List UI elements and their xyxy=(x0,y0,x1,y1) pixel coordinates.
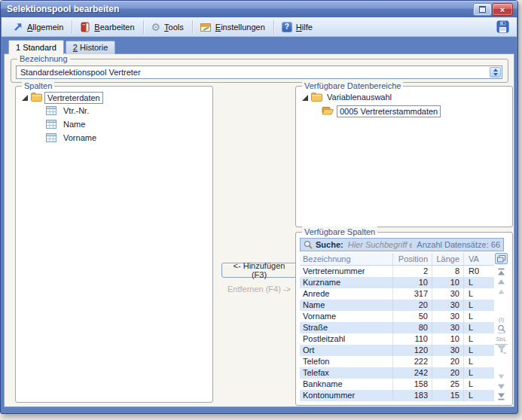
table-row[interactable]: Bankname 158 25 L xyxy=(300,379,494,390)
spalten-tree: Vertreterdaten Vtr.-Nr. xyxy=(19,91,209,399)
menu-einstellungen[interactable]: Einstellungen xyxy=(195,20,271,34)
verfuegbare-spalten-legend: Verfügbare Spalten xyxy=(302,227,377,237)
tree-label-vertreterstammdaten[interactable]: 0005 Vertreterstammdaten xyxy=(337,105,441,117)
tree-label-variablenauswahl[interactable]: Variablenauswahl xyxy=(325,92,394,102)
page-down-icon[interactable] xyxy=(495,372,508,382)
cell-laenge: 30 xyxy=(432,322,464,333)
bezeichnung-combobox[interactable]: Standardselektionspool Vertreter xyxy=(16,65,502,79)
table-row[interactable]: Straße 80 30 L xyxy=(300,322,494,333)
cell-laenge: 15 xyxy=(432,390,464,401)
tree-label-vorname[interactable]: Vorname xyxy=(61,132,99,143)
cell-bezeichnung: Anrede xyxy=(300,288,393,300)
cell-va: L xyxy=(464,345,491,356)
spalten-legend: Spalten xyxy=(22,81,54,91)
menu-tools[interactable]: ⚙ Tools xyxy=(146,20,190,34)
table-column-icon xyxy=(46,120,56,129)
close-icon: × xyxy=(500,5,505,14)
save-icon[interactable] xyxy=(496,20,509,33)
toolbar-separator xyxy=(192,20,193,34)
cell-laenge: 30 xyxy=(432,345,464,356)
cell-position: 80 xyxy=(393,322,432,333)
cell-va: L xyxy=(464,300,491,311)
filter-icon[interactable] xyxy=(495,345,508,355)
expanded-arrow-icon[interactable] xyxy=(22,95,28,101)
tree-label-vtr-nr[interactable]: Vtr.-Nr. xyxy=(61,105,91,116)
scroll-bottom-icon[interactable] xyxy=(495,391,508,401)
header-bezeichnung[interactable]: Bezeichnung xyxy=(300,253,393,265)
cell-laenge: 30 xyxy=(432,311,464,322)
cell-va: L xyxy=(464,379,491,390)
table-row[interactable]: Ort 120 30 L xyxy=(300,345,494,356)
header-va[interactable]: VA xyxy=(464,253,491,265)
cell-bezeichnung: Straße xyxy=(300,322,393,333)
table-row[interactable]: Anrede 317 30 L xyxy=(300,288,494,300)
table-row[interactable]: Telefax 242 20 L xyxy=(300,367,494,379)
menu-allgemein[interactable]: Allgemein xyxy=(8,20,69,34)
sort-icon[interactable]: SbL xyxy=(495,334,508,345)
menu-toolbar: Allgemein Bearbeiten ⚙ Tools Einstellung… xyxy=(2,17,517,37)
table-row[interactable]: Kurzname 10 10 L xyxy=(300,277,494,288)
scroll-top-icon[interactable] xyxy=(495,267,508,277)
move-down-icon[interactable] xyxy=(495,382,508,391)
datenbereiche-group: Verfügbare Datenbereiche Variablenauswah… xyxy=(295,86,513,227)
table-body: Vertreternummer 2 8 R0 Kurzname 10 10 L … xyxy=(300,266,494,401)
table-row[interactable]: Kontonummer 183 15 L xyxy=(300,390,494,401)
cell-bezeichnung: Vorname xyxy=(300,311,393,322)
table-row[interactable]: Telefon 222 20 L xyxy=(300,356,494,367)
tree-label-vertreterdaten[interactable]: Vertreterdaten xyxy=(44,92,103,104)
tree-node-column[interactable]: Vorname xyxy=(19,132,209,145)
table-column-icon xyxy=(46,133,56,142)
tree-node-column[interactable]: Vtr.-Nr. xyxy=(19,105,209,118)
page-up-icon[interactable] xyxy=(495,287,508,297)
columns-table: Bezeichnung Position Länge VA Vertretern… xyxy=(300,253,494,401)
tree-node-column[interactable]: Name xyxy=(19,118,209,132)
cell-bezeichnung: Postleitzahl xyxy=(300,333,393,345)
close-button[interactable]: × xyxy=(492,3,513,16)
folder-icon xyxy=(31,93,42,102)
tree-node-datenbereich[interactable]: 0005 Vertreterstammdaten xyxy=(299,105,509,118)
tree-node-vertreterdaten[interactable]: Vertreterdaten xyxy=(19,91,209,105)
entfernen-button-disabled: Entfernen (F4) -> xyxy=(221,285,297,294)
titlebar[interactable]: Selektionspool bearbeiten × xyxy=(1,1,517,17)
hinzufuegen-button[interactable]: <- Hinzufügen (F3) xyxy=(221,263,297,278)
column-select-icon[interactable]: (I) xyxy=(495,315,508,324)
table-row[interactable]: Postleitzahl 110 10 L xyxy=(300,333,494,345)
spin-up-icon xyxy=(493,68,498,72)
tab-historie[interactable]: 2 Historie xyxy=(66,41,115,54)
open-folder-icon xyxy=(322,106,334,115)
header-laenge[interactable]: Länge xyxy=(432,253,464,265)
cell-va: L xyxy=(464,367,491,379)
menu-hilfe-label: Hilfe xyxy=(296,23,313,32)
toolbar-separator xyxy=(273,20,274,34)
header-position[interactable]: Position xyxy=(393,253,432,265)
search-icon xyxy=(304,240,313,249)
copy-icon[interactable] xyxy=(495,253,508,264)
table-row[interactable]: Name 20 30 L xyxy=(300,300,494,311)
restore-button[interactable] xyxy=(473,3,492,16)
search-input[interactable] xyxy=(346,239,414,250)
datenbereiche-legend: Verfügbare Datenbereiche xyxy=(302,81,403,91)
cell-laenge: 10 xyxy=(432,277,464,288)
move-up-icon[interactable] xyxy=(495,277,508,287)
help-icon: ? xyxy=(282,22,292,32)
cell-laenge: 25 xyxy=(432,379,464,390)
tree-label-name[interactable]: Name xyxy=(61,119,87,129)
table-row[interactable]: Vertreternummer 2 8 R0 xyxy=(300,266,494,277)
search-grid-icon[interactable] xyxy=(495,324,508,334)
cell-position: 10 xyxy=(393,277,432,288)
bezeichnung-value: Standardselektionspool Vertreter xyxy=(20,68,141,77)
cell-va: R0 xyxy=(464,266,491,277)
tab-standard[interactable]: 1 Standard xyxy=(8,40,64,54)
menu-bearbeiten[interactable]: Bearbeiten xyxy=(75,20,140,34)
cell-position: 2 xyxy=(393,266,432,277)
menu-hilfe[interactable]: ? Hilfe xyxy=(276,20,319,34)
cell-bezeichnung: Kontonummer xyxy=(300,390,393,401)
combobox-spinner[interactable] xyxy=(490,67,501,78)
expanded-arrow-icon[interactable] xyxy=(302,95,308,101)
cell-va: L xyxy=(464,277,491,288)
cell-position: 110 xyxy=(393,333,432,345)
tree-node-variablenauswahl[interactable]: Variablenauswahl xyxy=(299,91,509,105)
table-header: Bezeichnung Position Länge VA xyxy=(300,253,494,266)
table-row[interactable]: Vorname 50 30 L xyxy=(300,311,494,322)
spalten-group: Spalten Vertreterdaten xyxy=(15,86,213,403)
